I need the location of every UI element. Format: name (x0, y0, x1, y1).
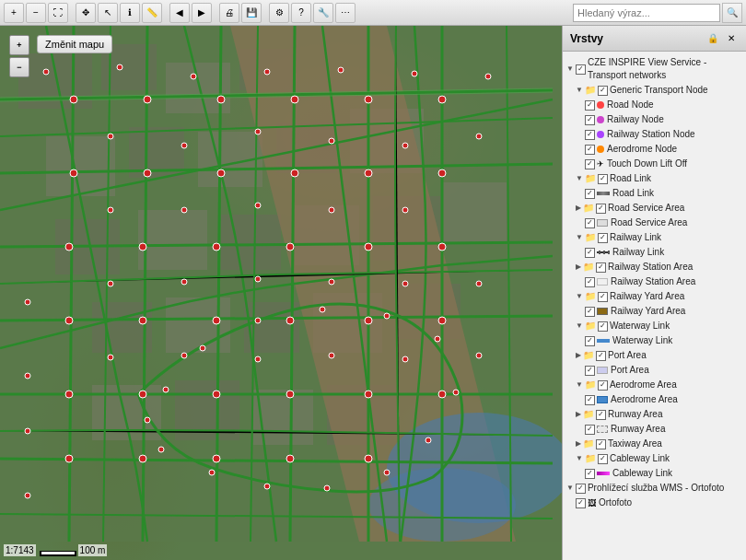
expand-cze-inspire[interactable]: ▼ (566, 64, 574, 74)
expand-road-service[interactable]: ▶ (576, 203, 581, 213)
checkbox-railway-station-node[interactable] (585, 130, 595, 140)
forward-button[interactable]: ▶ (192, 3, 212, 23)
checkbox-railway-link[interactable] (585, 248, 595, 258)
layer-road-service-area-group[interactable]: ▶ 📁 Road Service Area (563, 201, 746, 216)
measure-button[interactable]: 📏 (142, 3, 162, 23)
svg-point-103 (108, 355, 113, 360)
checkbox-waterway-group[interactable] (598, 321, 608, 332)
checkbox-runway[interactable] (585, 425, 595, 435)
layer-aerodrome-area[interactable]: Aerodrome Area (563, 392, 746, 407)
checkbox-railway-station-area-group[interactable] (596, 262, 606, 273)
checkbox-railway-yard-group[interactable] (598, 292, 608, 302)
pan-button[interactable]: ✥ (76, 3, 96, 23)
layer-port-area-group[interactable]: ▶ 📁 Port Area (563, 348, 746, 363)
expand-railway-link[interactable]: ▼ (576, 232, 583, 242)
layers-close-icon[interactable]: ✕ (724, 31, 739, 46)
zoom-in-button[interactable]: + (4, 3, 24, 23)
layer-waterway-link-group[interactable]: ▼ 📁 Waterway Link (563, 319, 746, 333)
map-area[interactable]: + − Změnit mapu 1:7143 100 m (0, 26, 562, 560)
layer-road-service-area[interactable]: Road Service Area (563, 216, 746, 230)
layer-railway-yard-area-group[interactable]: ▼ 📁 Railway Yard Area (563, 289, 746, 304)
checkbox-port[interactable] (585, 366, 595, 376)
checkbox-taxiway-group[interactable] (596, 439, 606, 449)
layer-wms-service[interactable]: ▼ Prohlížecí služba WMS - Ortofoto (563, 481, 746, 496)
layer-road-link-group[interactable]: ▼ 📁 Road Link (563, 171, 746, 186)
layer-cze-inspire[interactable]: ▼ CZE INSPIRE View Service - Transport n… (563, 55, 746, 83)
layer-generic-transport-node[interactable]: ▼ 📁 Generic Transport Node (563, 83, 746, 98)
checkbox-road-link-group[interactable] (598, 174, 608, 184)
layer-railway-link-group[interactable]: ▼ 📁 Railway Link (563, 230, 746, 245)
search-input[interactable] (573, 4, 720, 22)
layer-cableway-link-group[interactable]: ▼ 📁 Cableway Link (563, 451, 746, 466)
checkbox-aerodrome-area[interactable] (585, 395, 595, 405)
tools-button[interactable]: 🔧 (313, 3, 333, 23)
settings-button[interactable]: ⚙ (269, 3, 289, 23)
layer-railway-node[interactable]: Railway Node (563, 112, 746, 127)
search-button[interactable]: 🔍 (722, 3, 742, 23)
checkbox-cableway[interactable] (585, 469, 595, 479)
checkbox-road-service[interactable] (585, 218, 595, 228)
expand-aerodrome-area[interactable]: ▼ (576, 379, 583, 390)
checkbox-aerodrome-area-group[interactable] (598, 380, 608, 391)
checkbox-cableway-group[interactable] (598, 454, 608, 464)
checkbox-cze-inspire[interactable] (576, 64, 586, 75)
layer-road-link[interactable]: Road Link (563, 186, 746, 201)
layer-ortofoto[interactable]: 🖼 Ortofoto (563, 496, 746, 510)
expand-wms[interactable]: ▼ (566, 483, 574, 493)
back-button[interactable]: ◀ (169, 3, 190, 23)
layer-road-node[interactable]: Road Node (563, 98, 746, 112)
layers-content[interactable]: ▼ CZE INSPIRE View Service - Transport n… (563, 52, 746, 560)
map-zoom-out-button[interactable]: − (9, 57, 29, 77)
layer-runway-area-group[interactable]: ▶ 📁 Runway Area (563, 407, 746, 422)
layer-railway-station-area[interactable]: Railway Station Area (563, 274, 746, 289)
layer-railway-yard-area[interactable]: Railway Yard Area (563, 304, 746, 319)
extra-button[interactable]: ⋯ (335, 3, 356, 23)
zoom-out-button[interactable]: − (26, 3, 46, 23)
expand-road-link[interactable]: ▼ (576, 173, 583, 183)
checkbox-generic[interactable] (598, 86, 608, 96)
info-button[interactable]: ℹ (120, 3, 140, 23)
layer-aerodrome-area-group[interactable]: ▼ 📁 Aerodrome Area (563, 378, 746, 392)
expand-generic[interactable]: ▼ (576, 85, 583, 95)
expand-railway-station-area[interactable]: ▶ (576, 262, 581, 272)
layer-taxiway-area-group[interactable]: ▶ 📁 Taxiway Area (563, 437, 746, 451)
layer-railway-station-area-group[interactable]: ▶ 📁 Railway Station Area (563, 260, 746, 274)
print-button[interactable]: 🖨 (219, 3, 239, 23)
select-button[interactable]: ↖ (98, 3, 118, 23)
expand-railway-yard[interactable]: ▼ (576, 291, 583, 301)
expand-cableway[interactable]: ▼ (576, 453, 583, 463)
expand-taxiway[interactable]: ▶ (576, 438, 581, 449)
checkbox-railway-link-group[interactable] (598, 233, 608, 243)
zoom-full-button[interactable]: ⛶ (48, 3, 68, 23)
layer-railway-link[interactable]: Railway Link (563, 245, 746, 260)
layer-waterway-link[interactable]: Waterway Link (563, 333, 746, 348)
expand-waterway[interactable]: ▼ (576, 321, 583, 331)
checkbox-port-group[interactable] (596, 351, 606, 361)
checkbox-road-service-group[interactable] (596, 204, 606, 214)
layer-runway-area[interactable]: Runway Area (563, 422, 746, 437)
checkbox-railway-node[interactable] (585, 115, 595, 125)
layers-lock-icon[interactable]: 🔒 (705, 31, 720, 46)
checkbox-road-link[interactable] (585, 189, 595, 199)
layer-port-area[interactable]: Port Area (563, 363, 746, 378)
layer-aerodrome-node[interactable]: Aerodrome Node (563, 142, 746, 157)
checkbox-touch-down[interactable] (585, 159, 595, 169)
checkbox-ortofoto[interactable] (576, 498, 586, 508)
layer-railway-station-node[interactable]: Railway Station Node (563, 127, 746, 142)
checkbox-railway-yard[interactable] (585, 307, 595, 317)
layer-touch-down[interactable]: ✈ Touch Down Lift Off (563, 157, 746, 171)
export-button[interactable]: 💾 (241, 3, 262, 23)
change-map-button[interactable]: Změnit mapu (37, 35, 112, 53)
checkbox-waterway[interactable] (585, 336, 595, 346)
checkbox-railway-station-area[interactable] (585, 277, 595, 287)
expand-port[interactable]: ▶ (576, 350, 581, 360)
expand-runway[interactable]: ▶ (576, 409, 581, 419)
checkbox-road-node[interactable] (585, 100, 595, 111)
help-button[interactable]: ? (291, 3, 311, 23)
checkbox-runway-group[interactable] (596, 410, 606, 420)
checkbox-wms[interactable] (576, 484, 586, 494)
map-zoom-in-button[interactable]: + (9, 35, 29, 55)
layer-cableway-link[interactable]: Cableway Link (563, 466, 746, 481)
svg-point-124 (209, 470, 215, 475)
checkbox-aerodrome-node[interactable] (585, 145, 595, 155)
